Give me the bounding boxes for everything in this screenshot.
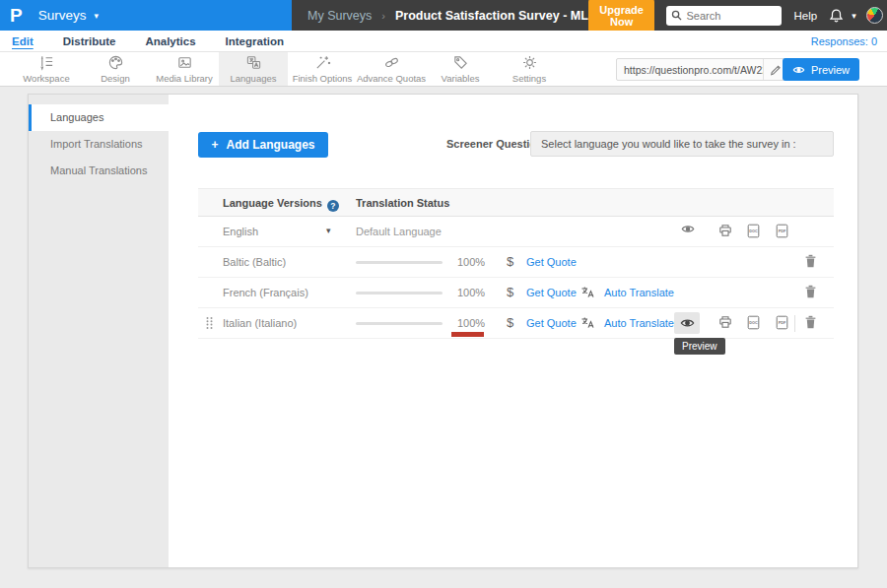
- toolbar-item-finish-options[interactable]: Finish Options: [288, 52, 357, 86]
- delete-language-button[interactable]: [804, 315, 817, 329]
- table-row-italian: Italian (Italiano) 100% $ Get Quote Auto…: [198, 308, 834, 339]
- breadcrumb-my-surveys[interactable]: My Surveys: [307, 9, 372, 23]
- help-link[interactable]: Help: [793, 10, 817, 22]
- tab-integration[interactable]: Integration: [226, 35, 284, 47]
- tab-analytics[interactable]: Analytics: [145, 35, 195, 47]
- preview-language-button[interactable]: [681, 224, 695, 234]
- trash-icon: [804, 315, 817, 329]
- language-versions-table: Language Versions? Translation Status En…: [198, 188, 834, 339]
- toolbar-item-media-library[interactable]: Media Library: [150, 52, 219, 86]
- export-pdf-button[interactable]: PDF: [775, 224, 789, 238]
- drag-handle-icon[interactable]: [205, 316, 214, 330]
- sidebar-item-languages[interactable]: Languages: [29, 104, 169, 131]
- svg-text:PDF: PDF: [779, 321, 786, 325]
- survey-url-input[interactable]: [617, 64, 763, 76]
- screener-question-select[interactable]: Select language you would like to take t…: [530, 131, 834, 157]
- notifications-bell[interactable]: ▾: [829, 8, 856, 24]
- toolbar-item-design[interactable]: Design: [81, 52, 150, 86]
- doc-file-icon: DOC: [746, 224, 761, 238]
- search-input[interactable]: [686, 10, 777, 22]
- print-language-button[interactable]: [718, 224, 732, 237]
- sidebar-item-manual-translations[interactable]: Manual Translations: [29, 158, 169, 184]
- translation-progress-percent: 100%: [457, 317, 485, 329]
- toolbar-label: Languages: [230, 73, 276, 84]
- toolbar-label: Settings: [512, 73, 546, 84]
- eye-icon: [680, 317, 695, 329]
- get-quote-link[interactable]: Get Quote: [526, 317, 577, 329]
- toolbar-item-variables[interactable]: Variables: [426, 52, 495, 86]
- toolbar-item-languages[interactable]: Languages: [219, 52, 288, 86]
- table-row-french: French (Français) 100% $ Get Quote Auto …: [198, 278, 834, 308]
- tab-edit[interactable]: Edit: [12, 35, 34, 47]
- tab-distribute[interactable]: Distribute: [63, 35, 116, 47]
- language-name: English: [223, 226, 258, 237]
- dollar-icon: $: [507, 315, 513, 330]
- action-divider: [794, 315, 795, 332]
- sidebar-item-import-translations[interactable]: Import Translations: [29, 131, 169, 158]
- translation-progress-bar: [356, 292, 443, 294]
- search-icon: [671, 10, 682, 21]
- printer-icon: [718, 315, 732, 329]
- variables-icon: [452, 54, 469, 71]
- toolbar-label: Finish Options: [293, 73, 353, 84]
- column-translation-status: Translation Status: [356, 197, 449, 209]
- toolbar-item-settings[interactable]: Settings: [495, 52, 564, 86]
- survey-nav-tabs: Edit Distribute Analytics Integration Re…: [0, 31, 887, 52]
- breadcrumb-separator-icon: ›: [381, 10, 385, 22]
- topbar: P Surveys ▾ My Surveys › Product Satisfa…: [0, 0, 887, 31]
- help-icon[interactable]: ?: [327, 200, 339, 212]
- language-name: Italian (Italiano): [223, 317, 297, 329]
- export-doc-button[interactable]: DOC: [746, 315, 761, 330]
- doc-file-icon: DOC: [746, 315, 761, 330]
- dollar-icon: $: [507, 254, 513, 269]
- languages-sidebar: Languages Import Translations Manual Tra…: [29, 95, 169, 567]
- export-doc-button[interactable]: DOC: [746, 224, 761, 238]
- settings-icon: [521, 54, 538, 71]
- add-languages-button[interactable]: +Add Languages: [198, 132, 328, 158]
- toolbar-label: Design: [101, 73, 130, 84]
- preview-button[interactable]: Preview: [783, 58, 859, 81]
- upgrade-now-button[interactable]: Upgrade Now: [588, 0, 655, 33]
- toolbar-item-workspace[interactable]: Workspace: [12, 52, 81, 86]
- brand-area[interactable]: P Surveys ▾: [0, 0, 292, 31]
- printer-icon: [718, 224, 732, 237]
- svg-text:DOC: DOC: [749, 229, 758, 233]
- edit-toolbar: Workspace Design Media Library Lang: [0, 52, 887, 87]
- export-pdf-button[interactable]: PDF: [775, 315, 789, 330]
- get-quote-link[interactable]: Get Quote: [526, 256, 577, 268]
- toolbar-label: Workspace: [23, 73, 69, 84]
- languages-panel: Languages Import Translations Manual Tra…: [28, 94, 858, 568]
- languages-icon: [245, 54, 262, 71]
- toolbar-label: Advance Quotas: [357, 73, 426, 84]
- delete-language-button[interactable]: [804, 254, 817, 268]
- preview-language-button[interactable]: [674, 312, 700, 334]
- delete-language-button[interactable]: [804, 285, 817, 298]
- auto-translate-icon: [580, 286, 595, 298]
- eye-icon: [681, 224, 695, 234]
- toolbar-item-advance-quotas[interactable]: Advance Quotas: [357, 52, 426, 86]
- print-language-button[interactable]: [718, 315, 732, 329]
- preview-tooltip: Preview: [674, 338, 725, 355]
- surveys-menu[interactable]: Surveys: [38, 8, 87, 23]
- get-quote-link[interactable]: Get Quote: [526, 287, 577, 298]
- page-title: Product Satisfaction Survey - ML: [395, 9, 588, 23]
- language-name: Baltic (Baltic): [223, 256, 286, 268]
- chevron-down-icon: ▾: [852, 11, 856, 21]
- questionpro-logo: P: [10, 6, 23, 25]
- translation-progress-bar: [356, 322, 443, 325]
- media-library-icon: [176, 54, 193, 71]
- language-dropdown-caret-icon[interactable]: ▾: [326, 226, 331, 235]
- account-menu[interactable]: ▾: [866, 7, 887, 24]
- language-name: French (Français): [223, 287, 308, 298]
- auto-translate-link[interactable]: Auto Translate: [604, 287, 674, 298]
- search-box[interactable]: [666, 6, 782, 26]
- auto-translate-icon: [580, 316, 595, 329]
- svg-text:DOC: DOC: [749, 321, 758, 325]
- column-language-versions: Language Versions?: [223, 197, 339, 212]
- auto-translate-link[interactable]: Auto Translate: [604, 317, 674, 329]
- finish-options-icon: [314, 54, 331, 71]
- plus-icon: +: [211, 138, 218, 152]
- preview-button-label: Preview: [811, 64, 850, 76]
- translation-status: Default Language: [356, 226, 442, 237]
- responses-count[interactable]: Responses: 0: [811, 35, 877, 47]
